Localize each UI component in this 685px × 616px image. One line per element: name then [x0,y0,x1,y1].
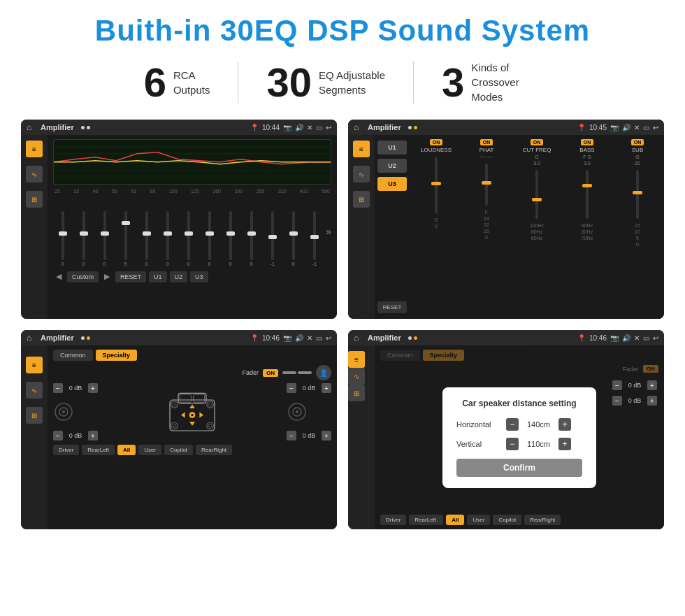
vertical-plus-btn[interactable]: + [558,438,571,450]
eq-u1-btn[interactable]: U1 [149,271,167,282]
sub-slider[interactable] [636,170,639,219]
vol1-minus[interactable]: − [53,383,63,393]
phat-thumb[interactable] [482,181,491,185]
eq-sidebar-wave-icon[interactable]: ∿ [26,166,43,182]
eq-u3-btn[interactable]: U3 [190,271,208,282]
fader-slider[interactable] [282,371,296,374]
loudness-thumb[interactable] [431,182,441,185]
phat-slider[interactable] [485,164,488,206]
cr-sidebar-balance-icon[interactable]: ⊞ [353,191,370,208]
eq-play-btn[interactable]: ▶ [101,271,113,282]
copilot-btn[interactable]: Copilot [164,445,193,455]
eq-graph [53,139,331,185]
rearright-btn[interactable]: RearRight [196,445,232,455]
eq-freq-labels: 25 32 40 50 63 80 100 125 160 200 250 32… [53,189,331,194]
specialty-tab[interactable]: Specialty [96,350,138,361]
slider-thumb[interactable] [164,231,172,236]
fd-sidebar-balance-icon[interactable]: ⊞ [26,407,43,424]
ds-sidebar-eq-icon[interactable]: ≡ [348,351,365,368]
u2-button[interactable]: U2 [377,159,407,173]
eq-u2-btn[interactable]: U2 [170,271,188,282]
all-btn[interactable]: All [117,445,136,455]
loudness-slider[interactable] [435,157,438,213]
eq-arrow-right[interactable]: » [326,226,331,237]
common-tab[interactable]: Common [53,350,93,361]
home-icon-4: ⌂ [354,333,363,343]
window-icon-4: ▭ [643,334,649,342]
channel-cutfreq: ON CUT FREQ G 3.0 100Hz 80Hz 60Hz [513,139,561,315]
eq-reset-btn[interactable]: RESET [115,271,146,282]
dist-driver-btn[interactable]: Driver [380,515,406,525]
bass-thumb[interactable] [582,184,592,187]
slider-thumb[interactable] [122,221,130,225]
eq-custom-btn[interactable]: Custom [67,271,99,282]
driver-btn[interactable]: Driver [53,445,79,455]
slider-thumb[interactable] [59,231,67,236]
vol1-plus[interactable]: + [88,383,98,393]
cr-sidebar-wave-icon[interactable]: ∿ [353,166,370,182]
svg-marker-16 [181,413,185,418]
cutfreq-slider[interactable] [535,170,538,219]
fader-sidebar: ≡ ∿ ⊞ [21,345,48,529]
dist-rearright-btn[interactable]: RearRight [524,515,561,525]
slider-thumb[interactable] [80,231,88,236]
fd-sidebar-wave-icon[interactable]: ∿ [26,382,43,399]
dist-vol2-minus[interactable]: − [612,396,622,406]
fd-sidebar-eq-icon[interactable]: ≡ [26,357,43,373]
cr-sidebar-eq-icon[interactable]: ≡ [353,141,370,157]
camera-icon-2: 📷 [610,124,619,131]
u1-button[interactable]: U1 [377,141,407,155]
sub-on-badge: ON [631,139,644,145]
sub-thumb[interactable] [633,191,642,194]
eq-slider-12: -1 [305,211,324,266]
user-btn[interactable]: User [138,445,161,455]
slider-thumb[interactable] [143,231,151,236]
slider-thumb[interactable] [289,231,298,236]
slider-thumb[interactable] [226,231,235,236]
fader-slider-2[interactable] [298,371,312,374]
eq-sidebar-balance-icon[interactable]: ⊞ [26,191,43,208]
slider-thumb[interactable] [310,235,319,239]
distance-dialog: Car speaker distance setting Horizontal … [442,387,596,488]
slider-thumb[interactable] [185,231,193,236]
dist-vol1-plus[interactable]: + [647,380,657,390]
crossover-screen-title: Amplifier [368,123,401,131]
dist-user-btn[interactable]: User [467,515,490,525]
slider-thumb[interactable] [247,231,256,236]
vol4-plus[interactable]: + [322,431,331,440]
dist-vol2-plus[interactable]: + [647,396,657,406]
svg-point-19 [173,403,176,406]
vertical-row: Vertical − 110cm + [456,438,582,450]
dist-vol1-minus[interactable]: − [612,380,622,390]
bass-slider[interactable] [586,170,589,219]
dist-all-btn[interactable]: All [446,515,464,525]
slider-thumb[interactable] [206,231,214,236]
rearleft-btn[interactable]: RearLeft [82,445,115,455]
slider-thumb[interactable] [101,231,109,236]
confirm-button[interactable]: Confirm [456,459,582,477]
vol2-minus[interactable]: − [53,431,63,440]
back-icon-2: ↩ [653,124,658,131]
vol3-minus[interactable]: − [287,383,296,393]
ds-sidebar-wave-icon[interactable]: ∿ [348,368,365,385]
vol2-plus[interactable]: + [88,431,98,440]
dist-copilot-btn[interactable]: Copilot [493,515,521,525]
u3-button[interactable]: U3 [377,177,407,191]
camera-icon-4: 📷 [610,334,619,342]
cutfreq-thumb[interactable] [532,198,542,201]
eq-back-btn[interactable]: ◀ [53,271,64,282]
ds-sidebar-balance-icon[interactable]: ⊞ [348,385,365,401]
horizontal-plus-btn[interactable]: + [558,418,571,431]
eq-slider-7: 0 [200,211,219,266]
slider-thumb[interactable] [268,235,277,239]
eq-slider-1: 0 [74,211,93,266]
cutfreq-label: CUT FREQ [523,147,551,153]
vol4-minus[interactable]: − [287,431,296,440]
vol3-plus[interactable]: + [322,383,331,393]
dot-2 [87,126,90,129]
eq-sidebar-eq-icon[interactable]: ≡ [26,141,43,157]
vertical-minus-btn[interactable]: − [506,438,519,450]
horizontal-minus-btn[interactable]: − [506,418,519,431]
dist-rearleft-btn[interactable]: RearLeft. [409,515,443,525]
crossover-reset-btn[interactable]: RESET [377,301,407,313]
